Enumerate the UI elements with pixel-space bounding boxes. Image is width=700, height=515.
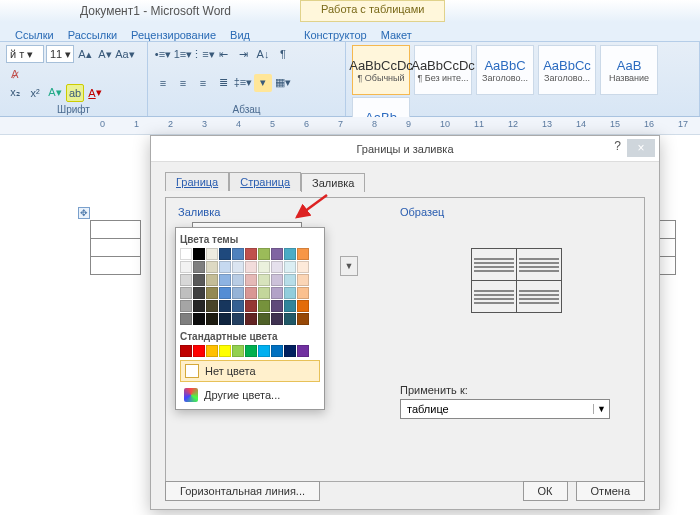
- align-left-icon[interactable]: ≡: [154, 74, 172, 92]
- color-swatch[interactable]: [245, 313, 257, 325]
- color-swatch[interactable]: [245, 274, 257, 286]
- color-swatch[interactable]: [297, 261, 309, 273]
- color-swatch[interactable]: [232, 287, 244, 299]
- tab-mailings[interactable]: Рассылки: [68, 29, 117, 41]
- font-name-combo[interactable]: й т ▾: [6, 45, 44, 63]
- tab-border[interactable]: Граница: [165, 172, 229, 191]
- color-swatch[interactable]: [297, 345, 309, 357]
- change-case-icon[interactable]: Aa▾: [116, 45, 134, 63]
- shrink-font-icon[interactable]: A▾: [96, 45, 114, 63]
- color-swatch[interactable]: [193, 345, 205, 357]
- tab-fill[interactable]: Заливка: [301, 173, 365, 192]
- align-right-icon[interactable]: ≡: [194, 74, 212, 92]
- color-swatch[interactable]: [232, 248, 244, 260]
- color-swatch[interactable]: [258, 261, 270, 273]
- line-spacing-icon[interactable]: ‡≡▾: [234, 74, 252, 92]
- color-swatch[interactable]: [271, 261, 283, 273]
- cancel-button[interactable]: Отмена: [576, 481, 645, 501]
- font-color-icon[interactable]: A▾: [86, 84, 104, 102]
- color-swatch[interactable]: [271, 287, 283, 299]
- ok-button[interactable]: ОК: [523, 481, 568, 501]
- color-swatch[interactable]: [180, 300, 192, 312]
- subscript-icon[interactable]: x₂: [6, 84, 24, 102]
- document-table-left[interactable]: [90, 220, 141, 275]
- color-swatch[interactable]: [258, 313, 270, 325]
- color-swatch[interactable]: [206, 300, 218, 312]
- color-swatch[interactable]: [284, 274, 296, 286]
- bullets-icon[interactable]: •≡▾: [154, 45, 172, 63]
- tab-design[interactable]: Конструктор: [304, 29, 367, 41]
- indent-inc-icon[interactable]: ⇥: [234, 45, 252, 63]
- shading-icon[interactable]: ▾: [254, 74, 272, 92]
- tab-references[interactable]: Ссылки: [15, 29, 54, 41]
- color-swatch[interactable]: [258, 345, 270, 357]
- color-swatch[interactable]: [245, 287, 257, 299]
- sort-icon[interactable]: A↓: [254, 45, 272, 63]
- color-swatch[interactable]: [180, 248, 192, 260]
- horizontal-ruler[interactable]: 012345678910111213141516171819: [0, 117, 700, 135]
- clear-format-icon[interactable]: A̷: [6, 65, 24, 83]
- color-swatch[interactable]: [297, 300, 309, 312]
- color-swatch[interactable]: [206, 274, 218, 286]
- tab-layout[interactable]: Макет: [381, 29, 412, 41]
- color-swatch[interactable]: [245, 248, 257, 260]
- style-item[interactable]: АаВНазвание: [600, 45, 658, 95]
- tab-review[interactable]: Рецензирование: [131, 29, 216, 41]
- color-swatch[interactable]: [245, 261, 257, 273]
- color-swatch[interactable]: [258, 274, 270, 286]
- color-swatch[interactable]: [297, 274, 309, 286]
- tab-view[interactable]: Вид: [230, 29, 250, 41]
- color-swatch[interactable]: [180, 345, 192, 357]
- color-swatch[interactable]: [271, 300, 283, 312]
- color-swatch[interactable]: [206, 287, 218, 299]
- tab-page[interactable]: Страница: [229, 172, 301, 191]
- borders-icon[interactable]: ▦▾: [274, 74, 292, 92]
- superscript-icon[interactable]: x²: [26, 84, 44, 102]
- horizontal-line-button[interactable]: Горизонтальная линия...: [165, 481, 320, 501]
- text-effects-icon[interactable]: A▾: [46, 84, 64, 102]
- numbering-icon[interactable]: 1≡▾: [174, 45, 192, 63]
- color-swatch[interactable]: [297, 287, 309, 299]
- color-swatch[interactable]: [284, 261, 296, 273]
- justify-icon[interactable]: ≣: [214, 74, 232, 92]
- color-swatch[interactable]: [219, 287, 231, 299]
- color-swatch[interactable]: [297, 313, 309, 325]
- multilevel-icon[interactable]: ⋮≡▾: [194, 45, 212, 63]
- color-swatch[interactable]: [232, 313, 244, 325]
- style-item[interactable]: AaBbCЗаголово...: [476, 45, 534, 95]
- style-item[interactable]: AaBbCcDc¶ Обычный: [352, 45, 410, 95]
- style-item[interactable]: AaBbCcЗаголово...: [538, 45, 596, 95]
- pattern-style-dropdown[interactable]: ▼: [340, 256, 358, 276]
- highlight-icon[interactable]: ab: [66, 84, 84, 102]
- color-swatch[interactable]: [193, 287, 205, 299]
- style-item[interactable]: AaBbCcDc¶ Без инте...: [414, 45, 472, 95]
- color-swatch[interactable]: [219, 313, 231, 325]
- color-swatch[interactable]: [180, 287, 192, 299]
- no-color-item[interactable]: Нет цвета: [180, 360, 320, 382]
- color-swatch[interactable]: [180, 274, 192, 286]
- show-marks-icon[interactable]: ¶: [274, 45, 292, 63]
- color-swatch[interactable]: [219, 248, 231, 260]
- color-swatch[interactable]: [232, 300, 244, 312]
- color-swatch[interactable]: [206, 345, 218, 357]
- color-swatch[interactable]: [193, 300, 205, 312]
- color-swatch[interactable]: [271, 313, 283, 325]
- color-swatch[interactable]: [193, 261, 205, 273]
- color-swatch[interactable]: [219, 274, 231, 286]
- apply-to-select[interactable]: таблице ▼: [400, 399, 610, 419]
- color-swatch[interactable]: [180, 261, 192, 273]
- color-swatch[interactable]: [258, 287, 270, 299]
- grow-font-icon[interactable]: A▴: [76, 45, 94, 63]
- color-swatch[interactable]: [206, 261, 218, 273]
- dialog-close-icon[interactable]: ×: [627, 139, 655, 157]
- more-colors-item[interactable]: Другие цвета...: [180, 385, 320, 405]
- color-swatch[interactable]: [271, 345, 283, 357]
- color-swatch[interactable]: [284, 345, 296, 357]
- color-swatch[interactable]: [219, 345, 231, 357]
- color-swatch[interactable]: [232, 274, 244, 286]
- color-swatch[interactable]: [271, 248, 283, 260]
- color-swatch[interactable]: [245, 300, 257, 312]
- color-swatch[interactable]: [284, 300, 296, 312]
- color-swatch[interactable]: [193, 248, 205, 260]
- color-swatch[interactable]: [219, 300, 231, 312]
